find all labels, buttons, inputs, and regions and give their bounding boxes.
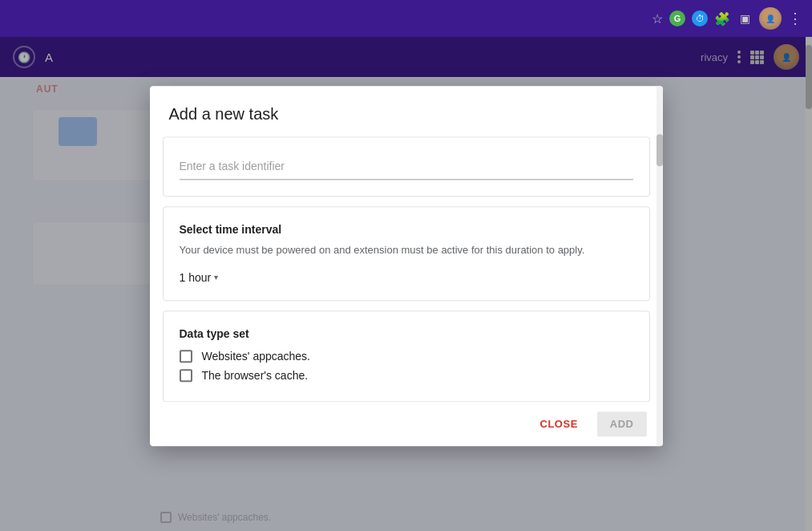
browser-chrome: ☆ G ⏱ 🧩 ▣ 👤 ⋮ xyxy=(0,0,812,37)
dialog-body: Select time interval Your device must be… xyxy=(150,136,663,402)
dialog-header: Add a new task xyxy=(150,86,663,136)
task-identifier-section xyxy=(163,136,650,197)
close-button[interactable]: CLOSE xyxy=(527,411,591,436)
checkbox-row-websites: Websites' appcaches. xyxy=(180,347,633,366)
task-identifier-input[interactable] xyxy=(180,153,633,180)
sidebar-toggle-icon[interactable]: ▣ xyxy=(737,10,753,26)
time-interval-dropdown-row: 1 hour ▾ xyxy=(180,271,633,284)
dialog-footer: CLOSE ADD xyxy=(150,402,663,446)
browser-menu-icon[interactable]: ⋮ xyxy=(788,10,802,27)
time-interval-desc: Your device must be powered on and exten… xyxy=(180,242,633,258)
time-interval-dropdown[interactable]: 1 hour ▾ xyxy=(180,271,219,284)
extension-g-icon[interactable]: G xyxy=(669,10,685,26)
browser-cache-checkbox[interactable] xyxy=(180,369,192,382)
data-type-section: Data type set Websites' appcaches. The b… xyxy=(163,310,650,402)
websites-appcaches-label: Websites' appcaches. xyxy=(202,350,311,363)
star-icon[interactable]: ☆ xyxy=(652,11,663,26)
websites-appcaches-checkbox[interactable] xyxy=(180,350,192,363)
dialog-scrollbar-thumb xyxy=(656,134,663,166)
dialog-scrollbar[interactable] xyxy=(656,86,663,446)
time-interval-title: Select time interval xyxy=(180,223,633,236)
avatar-image: 👤 xyxy=(759,7,782,30)
extension-b-icon[interactable]: ⏱ xyxy=(692,10,708,26)
data-type-title: Data type set xyxy=(180,327,633,340)
checkbox-row-cache: The browser's cache. xyxy=(180,366,633,385)
add-task-dialog: Add a new task Select time interval Your… xyxy=(150,86,663,446)
add-button[interactable]: ADD xyxy=(597,411,647,436)
page-background: 🕐 A rivacy xyxy=(0,37,812,531)
puzzle-icon[interactable]: 🧩 xyxy=(714,10,730,26)
browser-cache-label: The browser's cache. xyxy=(202,369,309,382)
dialog-title: Add a new task xyxy=(169,105,644,124)
time-interval-value: 1 hour xyxy=(180,271,212,284)
user-avatar[interactable]: 👤 xyxy=(759,7,782,30)
time-interval-section: Select time interval Your device must be… xyxy=(163,206,650,301)
dropdown-arrow-icon: ▾ xyxy=(214,273,218,282)
